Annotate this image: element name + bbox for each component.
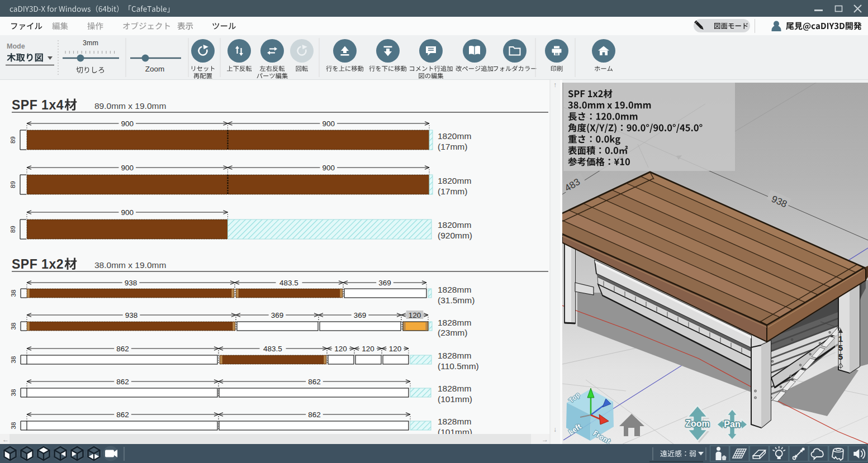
svg-text:369: 369 — [378, 279, 391, 287]
svg-text:862: 862 — [116, 345, 129, 353]
svg-text:900: 900 — [121, 164, 134, 172]
svg-text:1820mm: 1820mm — [438, 220, 471, 230]
svg-text:900: 900 — [322, 120, 335, 128]
svg-text:900: 900 — [322, 164, 335, 172]
svg-text:5: 5 — [838, 343, 843, 352]
svg-text:38.0mm x 19.0mm: 38.0mm x 19.0mm — [94, 260, 166, 270]
svg-text:89.0mm x 19.0mm: 89.0mm x 19.0mm — [94, 101, 166, 111]
svg-text:38: 38 — [10, 422, 17, 429]
svg-text:120: 120 — [334, 345, 347, 353]
svg-text:SPF 1x2: SPF 1x2 — [12, 257, 64, 271]
svg-text:5: 5 — [838, 352, 843, 361]
svg-text:938: 938 — [125, 311, 138, 319]
svg-text:Zoom: Zoom — [685, 419, 710, 428]
svg-text:SPF 1x4: SPF 1x4 — [12, 98, 64, 112]
svg-text:1828mm: 1828mm — [438, 318, 471, 327]
svg-text:862: 862 — [308, 411, 321, 419]
svg-text:1828mm: 1828mm — [438, 351, 471, 360]
svg-text:Mode: Mode — [7, 42, 25, 50]
svg-text:862: 862 — [116, 411, 129, 419]
svg-text:862: 862 — [116, 378, 129, 386]
svg-text:(17mm): (17mm) — [438, 142, 467, 151]
svg-text:(920mm): (920mm) — [438, 231, 472, 240]
svg-text:Zoom: Zoom — [145, 65, 165, 73]
svg-text:1828mm: 1828mm — [438, 285, 471, 294]
svg-text:120: 120 — [389, 345, 402, 353]
svg-text:(110.5mm): (110.5mm) — [438, 361, 479, 371]
svg-text:38: 38 — [10, 323, 17, 330]
svg-text:862: 862 — [308, 378, 321, 386]
svg-text:38: 38 — [10, 290, 17, 297]
svg-text:369: 369 — [354, 311, 367, 319]
svg-text:1: 1 — [838, 334, 843, 343]
svg-text:120: 120 — [409, 311, 421, 319]
svg-text:↑: ↑ — [553, 81, 557, 89]
svg-text:Pan: Pan — [724, 419, 740, 429]
svg-text:38: 38 — [10, 356, 17, 364]
svg-text:900: 900 — [121, 120, 134, 128]
svg-text:483.5: 483.5 — [279, 279, 298, 287]
svg-text:900: 900 — [121, 208, 134, 217]
svg-text:(31.5mm): (31.5mm) — [438, 295, 475, 305]
svg-text:483.5: 483.5 — [263, 345, 282, 353]
svg-text:↓: ↓ — [553, 426, 557, 433]
svg-text:1828mm: 1828mm — [438, 384, 471, 393]
svg-text:1820mm: 1820mm — [438, 131, 471, 141]
svg-text:←: ← — [2, 436, 9, 443]
svg-text:89: 89 — [10, 226, 16, 233]
svg-text:38: 38 — [10, 389, 17, 397]
svg-text:→: → — [542, 436, 548, 443]
svg-text:1828mm: 1828mm — [438, 417, 471, 426]
svg-text:(23mm): (23mm) — [438, 328, 467, 337]
svg-text:369: 369 — [271, 311, 284, 319]
svg-text:120: 120 — [362, 345, 374, 353]
svg-text:938: 938 — [125, 279, 137, 287]
svg-text:89: 89 — [10, 181, 16, 188]
svg-text:(17mm): (17mm) — [438, 187, 467, 196]
svg-text:1820mm: 1820mm — [438, 176, 471, 185]
svg-text:89: 89 — [10, 136, 16, 144]
svg-text:3mm: 3mm — [83, 39, 98, 47]
svg-text:(101mm): (101mm) — [438, 394, 472, 404]
